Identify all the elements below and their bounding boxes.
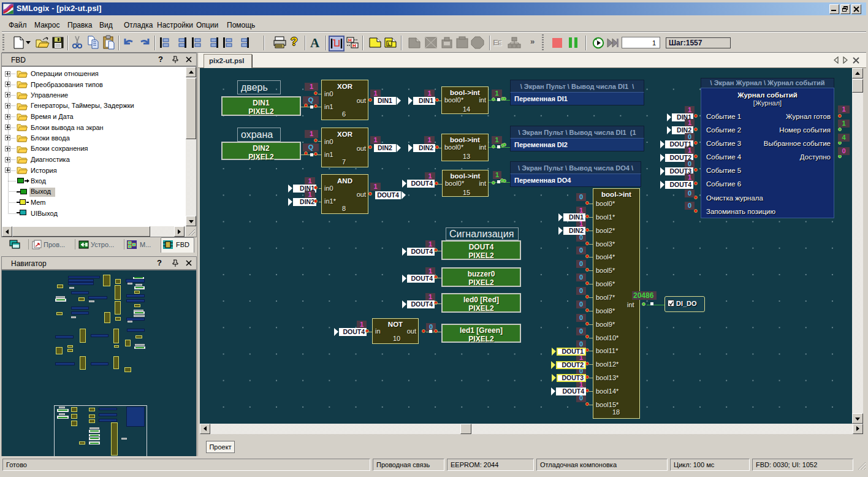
svg-text:H: H [348, 37, 352, 43]
svg-text:H: H [352, 43, 356, 48]
svg-text:L: L [388, 42, 391, 46]
